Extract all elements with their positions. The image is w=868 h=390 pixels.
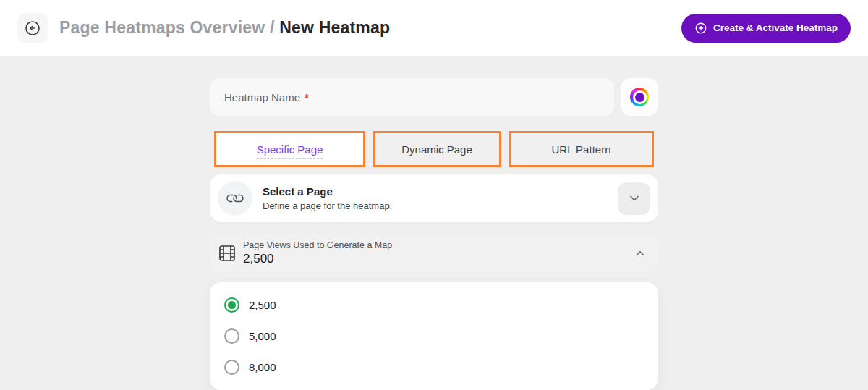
page-views-current-value: 2,500 xyxy=(243,252,634,266)
color-picker-button[interactable] xyxy=(621,78,658,116)
color-wheel-icon xyxy=(630,88,649,106)
create-activate-heatmap-button[interactable]: Create & Activate Heatmap xyxy=(681,14,851,43)
arrow-left-circle-icon xyxy=(24,20,41,37)
radio-unselected-icon[interactable] xyxy=(224,328,239,344)
page-type-tabs: Specific Page Dynamic Page URL Pattern xyxy=(214,131,654,167)
page-header: Page Heatmaps Overview / New Heatmap Cre… xyxy=(0,0,868,56)
radio-unselected-icon[interactable] xyxy=(224,360,239,375)
breadcrumb-parent[interactable]: Page Heatmaps Overview xyxy=(59,18,265,37)
option-5000[interactable]: 5,000 xyxy=(224,321,644,352)
create-button-label: Create & Activate Heatmap xyxy=(713,22,838,33)
heatmap-name-input[interactable]: Heatmap Name * xyxy=(210,78,614,116)
heatmap-name-placeholder: Heatmap Name xyxy=(224,91,300,103)
new-heatmap-form: Heatmap Name * Specific Page Dynamic Pag… xyxy=(210,56,658,390)
tab-dynamic-page[interactable]: Dynamic Page xyxy=(373,131,501,167)
breadcrumb-separator: / xyxy=(270,18,279,37)
chevron-down-icon xyxy=(627,191,642,205)
page-views-summary: Page Views Used to Generate a Map 2,500 xyxy=(243,240,634,266)
option-8000[interactable]: 8,000 xyxy=(224,352,644,383)
page-views-label: Page Views Used to Generate a Map xyxy=(243,240,634,250)
link-icon-circle xyxy=(218,181,252,216)
select-page-title: Select a Page xyxy=(263,185,618,198)
breadcrumb: Page Heatmaps Overview / New Heatmap xyxy=(59,18,390,38)
option-2500[interactable]: 2,500 xyxy=(224,289,644,321)
page-views-options-card: 2,500 5,000 8,000 xyxy=(210,282,658,390)
select-page-text: Select a Page Define a page for the heat… xyxy=(263,185,618,211)
back-button[interactable] xyxy=(17,13,48,43)
link-icon xyxy=(227,190,243,206)
option-8000-label: 8,000 xyxy=(249,361,276,373)
tab-url-pattern[interactable]: URL Pattern xyxy=(509,131,654,167)
radio-selected-icon[interactable] xyxy=(224,297,239,313)
tab-dynamic-page-label: Dynamic Page xyxy=(401,143,472,156)
tab-url-pattern-label: URL Pattern xyxy=(552,143,611,156)
name-row: Heatmap Name * xyxy=(210,78,658,116)
select-page-expand-button[interactable] xyxy=(618,182,650,215)
page-views-dropdown-header[interactable]: Page Views Used to Generate a Map 2,500 xyxy=(210,235,658,271)
select-page-subtitle: Define a page for the heatmap. xyxy=(263,200,618,211)
tab-specific-page[interactable]: Specific Page xyxy=(214,131,365,167)
option-5000-label: 5,000 xyxy=(249,330,276,342)
page-title: New Heatmap xyxy=(279,18,390,37)
plus-circle-icon xyxy=(694,22,707,35)
tab-specific-page-label: Specific Page xyxy=(257,143,323,159)
option-2500-label: 2,500 xyxy=(249,299,276,311)
chevron-up-icon xyxy=(634,247,647,260)
select-page-card[interactable]: Select a Page Define a page for the heat… xyxy=(210,174,658,222)
required-asterisk: * xyxy=(305,91,309,103)
film-icon xyxy=(218,245,236,262)
